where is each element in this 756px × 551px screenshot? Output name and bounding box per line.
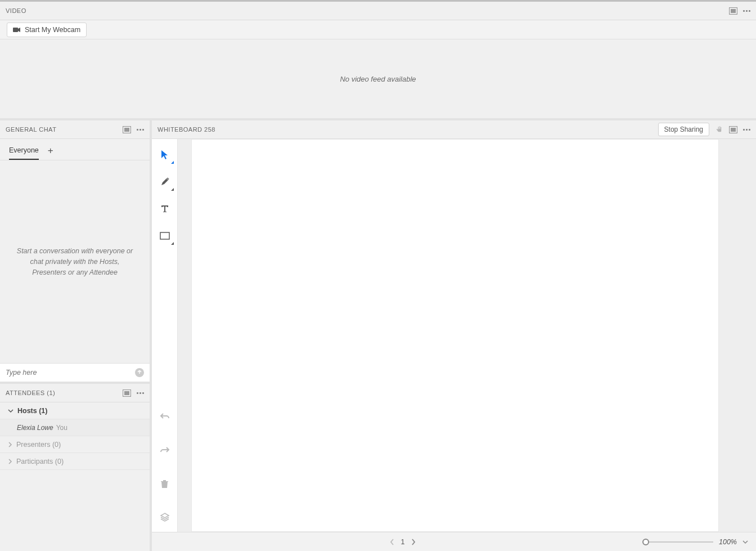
more-icon[interactable] (137, 129, 144, 131)
whiteboard-footer: 1 100% (152, 532, 756, 551)
start-webcam-button[interactable]: Start My Webcam (7, 23, 87, 37)
chevron-down-icon (8, 409, 14, 413)
hand-icon[interactable] (715, 126, 723, 134)
attendees-title: ATTENDEES (1) (6, 389, 55, 396)
attendees-group-hosts[interactable]: Hosts (1) (0, 402, 150, 419)
svg-rect-6 (124, 391, 129, 395)
stop-sharing-button[interactable]: Stop Sharing (658, 123, 709, 136)
no-video-message: No video feed available (340, 75, 416, 83)
redo-icon[interactable] (157, 442, 173, 458)
chat-pod: GENERAL CHAT Everyone + Start a conversa… (0, 120, 150, 384)
whiteboard-canvas[interactable] (191, 139, 719, 532)
svg-rect-1 (731, 9, 736, 13)
rectangle-tool[interactable] (157, 228, 173, 244)
video-toolbar: Start My Webcam (0, 20, 756, 39)
video-title: VIDEO (6, 7, 26, 14)
webcam-icon (13, 27, 21, 33)
start-webcam-label: Start My Webcam (25, 26, 80, 34)
zoom-dropdown[interactable] (742, 540, 748, 544)
chat-input-row (0, 363, 150, 382)
attendee-name: Elexia Lowe (17, 424, 53, 432)
attendees-group-presenters[interactable]: Presenters (0) (0, 436, 150, 453)
undo-icon[interactable] (157, 408, 173, 424)
attendees-pod: ATTENDEES (1) Hosts (1) Elexia (0, 384, 150, 551)
page-number: 1 (401, 538, 405, 546)
whiteboard-pager: 1 (160, 538, 646, 546)
next-page-button[interactable] (411, 539, 416, 545)
send-icon[interactable] (135, 368, 144, 377)
fullscreen-icon[interactable] (123, 389, 131, 397)
attendee-row-self[interactable]: Elexia Lowe You (0, 419, 150, 436)
fullscreen-icon[interactable] (729, 7, 737, 15)
add-chat-tab-button[interactable]: + (48, 145, 53, 160)
trash-icon[interactable] (157, 476, 173, 491)
pointer-tool[interactable] (157, 147, 173, 163)
chat-header: GENERAL CHAT (0, 120, 150, 139)
zoom-label: 100% (719, 538, 737, 546)
more-icon[interactable] (743, 10, 750, 12)
marker-tool[interactable] (157, 174, 173, 190)
text-tool[interactable] (157, 201, 173, 217)
chat-tabs: Everyone + (0, 139, 150, 160)
more-icon[interactable] (743, 129, 750, 131)
whiteboard-pod: WHITEBOARD 258 Stop Sharing (152, 120, 756, 551)
prev-page-button[interactable] (390, 539, 394, 545)
attendees-header: ATTENDEES (1) (0, 384, 150, 402)
zoom-slider[interactable] (646, 541, 713, 543)
video-header: VIDEO (0, 2, 756, 20)
chevron-right-icon (8, 442, 12, 447)
whiteboard-toolbar (152, 139, 178, 532)
svg-rect-2 (13, 28, 18, 32)
attendee-you-label: You (56, 424, 68, 432)
chevron-right-icon (8, 459, 12, 464)
chat-placeholder-text: Start a conversation with everyone or ch… (14, 246, 136, 278)
svg-rect-10 (160, 232, 169, 239)
attendees-body: Hosts (1) Elexia Lowe You Presenters (0)… (0, 402, 150, 551)
whiteboard-header: WHITEBOARD 258 Stop Sharing (152, 120, 756, 139)
fullscreen-icon[interactable] (729, 126, 737, 133)
zoom-control: 100% (646, 538, 748, 546)
chat-title: GENERAL CHAT (6, 126, 56, 133)
video-pod: VIDEO Start My Webcam No video feed avai… (0, 2, 756, 120)
layers-icon[interactable] (157, 509, 173, 525)
chat-body: Start a conversation with everyone or ch… (0, 160, 150, 363)
fullscreen-icon[interactable] (123, 126, 131, 133)
chat-tab-everyone[interactable]: Everyone (9, 146, 39, 160)
more-icon[interactable] (137, 392, 144, 394)
svg-rect-4 (124, 128, 129, 132)
video-body: No video feed available (0, 39, 756, 118)
attendees-group-participants[interactable]: Participants (0) (0, 453, 150, 470)
whiteboard-canvas-area (178, 139, 756, 532)
whiteboard-title: WHITEBOARD 258 (158, 126, 215, 133)
svg-rect-8 (731, 128, 736, 132)
chat-input[interactable] (6, 369, 130, 377)
